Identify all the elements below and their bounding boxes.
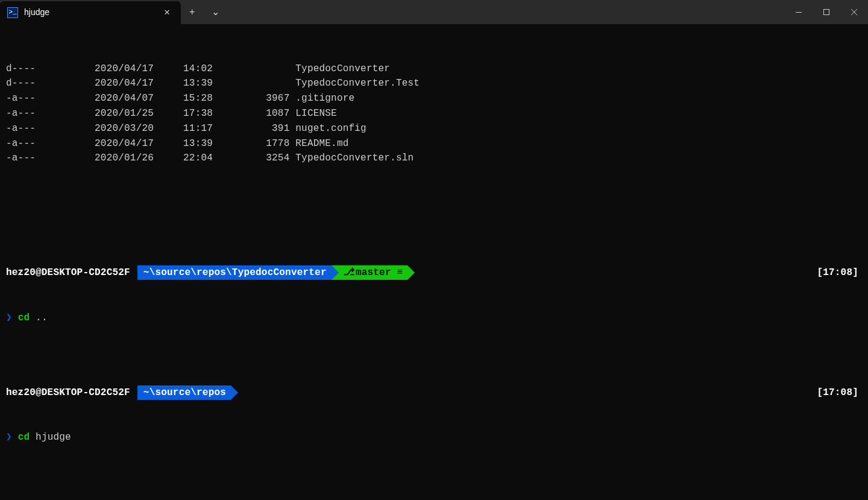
close-tab-icon[interactable]: ✕ [160, 4, 174, 22]
prompt-line: hez20@DESKTOP-CD2C52F ~\source\repos [17… [6, 385, 862, 400]
close-window-button[interactable] [840, 0, 868, 24]
branch-icon: ⎇ [344, 265, 354, 280]
file-listing-row: d---- 2020/04/17 14:02 TypedocConverter [6, 62, 862, 77]
prompt-time: [17:08] [817, 385, 862, 400]
file-listing: d---- 2020/04/17 14:02 TypedocConverterd… [6, 62, 862, 166]
command-arg: .. [36, 312, 48, 323]
file-listing-row: -a--- 2020/03/20 11:17 391 nuget.config [6, 121, 862, 136]
prompt-branch: ⎇ master ≡ [332, 265, 408, 280]
command-line: ❯ cd hjudge [6, 430, 862, 445]
prompt-path: ~\source\repos [137, 385, 231, 400]
file-listing-row: -a--- 2020/01/26 22:04 3254 TypedocConve… [6, 151, 862, 166]
prompt-user: hez20@DESKTOP-CD2C52F [6, 385, 130, 400]
file-listing-row: d---- 2020/04/17 13:39 TypedocConverter.… [6, 76, 862, 91]
tab-dropdown-button[interactable]: ⌄ [203, 0, 228, 24]
powershell-icon: >_ [7, 7, 18, 18]
command-exec: cd [18, 312, 30, 323]
terminal-content[interactable]: d---- 2020/04/17 14:02 TypedocConverterd… [0, 24, 868, 500]
prompt-user: hez20@DESKTOP-CD2C52F [6, 265, 130, 280]
command-line: ❯ cd .. [6, 311, 862, 326]
titlebar-left: >_ hjudge ✕ + ⌄ [0, 0, 228, 24]
tab-active[interactable]: >_ hjudge ✕ [0, 1, 181, 24]
prompt-line: hez20@DESKTOP-CD2C52F ~\source\repos\Typ… [6, 265, 862, 280]
prompt-path: ~\source\repos\TypedocConverter [137, 265, 332, 280]
file-listing-row: -a--- 2020/04/17 13:39 1778 README.md [6, 136, 862, 151]
maximize-button[interactable] [813, 0, 840, 24]
prompt-symbol: ❯ [6, 312, 12, 323]
new-tab-button[interactable]: + [181, 0, 203, 24]
file-listing-row: -a--- 2020/01/25 17:38 1087 LICENSE [6, 106, 862, 121]
tab-title: hjudge [24, 6, 160, 19]
prompt-time: [17:08] [817, 265, 862, 280]
svg-rect-0 [796, 12, 802, 13]
minimize-button[interactable] [785, 0, 813, 24]
command-exec: cd [18, 432, 30, 443]
file-listing-row: -a--- 2020/04/07 15:28 3967 .gitignore [6, 91, 862, 106]
svg-rect-1 [824, 10, 829, 15]
window-controls [785, 0, 868, 24]
prompt-symbol: ❯ [6, 432, 12, 443]
command-arg: hjudge [36, 432, 71, 443]
titlebar: >_ hjudge ✕ + ⌄ [0, 0, 868, 24]
